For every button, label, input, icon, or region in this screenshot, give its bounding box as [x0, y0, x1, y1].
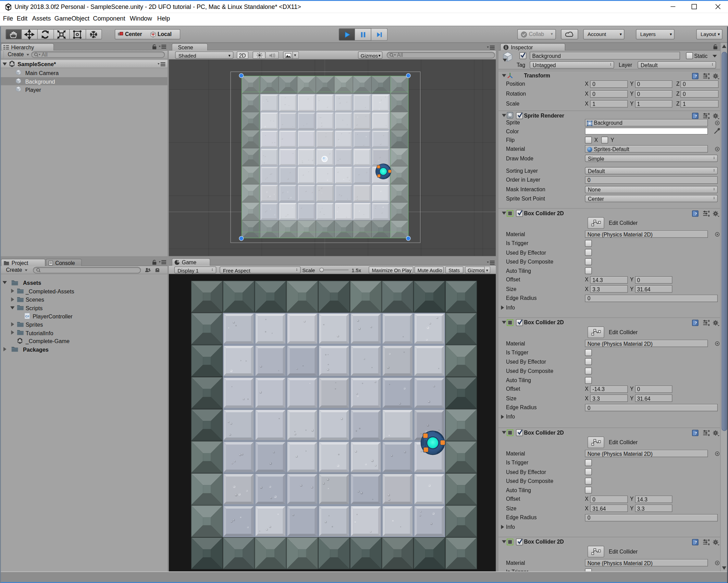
svg-text:?: ?	[695, 431, 697, 435]
svg-text:?: ?	[695, 540, 697, 544]
svg-text:?: ?	[695, 321, 697, 325]
svg-text:?: ?	[695, 114, 697, 118]
svg-text:C#: C#	[25, 315, 29, 318]
svg-text:?: ?	[695, 74, 697, 78]
svg-text:?: ?	[695, 211, 697, 216]
